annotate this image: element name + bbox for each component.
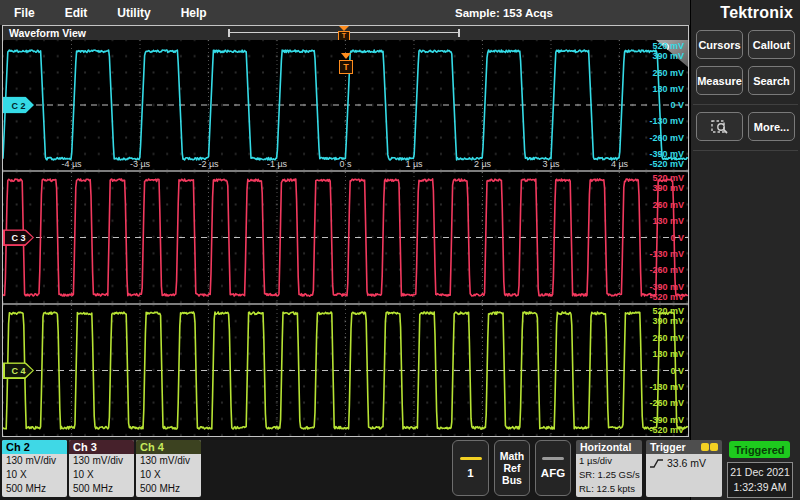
y-axis-label: -130 mV (649, 249, 684, 259)
cursors-button[interactable]: Cursors (696, 30, 743, 59)
trigger-status-badge: Triggered (729, 441, 790, 458)
waveform-slice-ch2[interactable]: C 2 T 520 mV390 mV260 mV130 mV0 V-130 mV… (3, 40, 688, 170)
y-axis-label: 0 V (670, 233, 684, 243)
ref-label: Ref (500, 462, 525, 474)
bottom-bar: Ch 2 130 mV/div 10 X 500 MHz Ch 3 130 mV… (0, 437, 690, 500)
y-axis-label: -390 mV (649, 415, 684, 425)
trigger-level: 33.6 mV (667, 456, 706, 470)
y-axis-label: 0 V (670, 366, 684, 376)
channel-1-accent (460, 457, 482, 460)
bus-label: Bus (500, 474, 525, 486)
y-axis-label: -520 mV (649, 159, 684, 169)
menu-edit[interactable]: Edit (65, 6, 88, 20)
zoom-box-button[interactable] (696, 112, 743, 141)
y-axis-label: -130 mV (649, 382, 684, 392)
y-axis-label: 390 mV (652, 316, 684, 326)
waveform-slice-ch4[interactable]: C 4 520 mV390 mV260 mV130 mV0 V-130 mV-2… (3, 305, 688, 436)
time-axis-label: -3 µs (130, 159, 150, 169)
badge-scale: 130 mV/div (136, 454, 201, 468)
panel-divider (693, 150, 798, 151)
badge-scale: 130 mV/div (2, 454, 67, 468)
channel-badge-ch3[interactable]: Ch 3 130 mV/div 10 X 500 MHz (69, 440, 134, 497)
oscilloscope-screen: File Edit Utility Help Sample: 153 Acqs … (0, 0, 800, 500)
badge-probe: 10 X (69, 468, 134, 482)
y-axis-label: 520 mV (652, 306, 684, 316)
y-axis-label: 390 mV (652, 51, 684, 61)
trigger-source-icon (701, 443, 718, 451)
y-axis-label: -520 mV (649, 292, 684, 302)
afg-label: AFG (541, 467, 565, 479)
search-button[interactable]: Search (748, 66, 795, 95)
y-axis-label: -390 mV (649, 282, 684, 292)
menu-bar: File Edit Utility Help (0, 0, 690, 25)
badge-probe: 10 X (136, 468, 201, 482)
horizontal-sample-rate: SR: 1.25 GS/s (579, 468, 642, 482)
trigger-arrow-icon (341, 53, 351, 59)
trigger-flag[interactable]: T (339, 53, 352, 74)
y-axis-label: 260 mV (652, 333, 684, 343)
time-axis-label: 2 µs (474, 159, 491, 169)
rising-edge-icon (649, 457, 664, 470)
y-axis-label: 260 mV (652, 200, 684, 210)
channel-badge-ch4[interactable]: Ch 4 130 mV/div 10 X 500 MHz (136, 440, 201, 497)
horizontal-title: Horizontal (576, 440, 642, 454)
time-axis-label: 1 µs (405, 159, 422, 169)
measure-button[interactable]: Measure (696, 66, 743, 95)
y-axis-label: 390 mV (652, 183, 684, 193)
time-axis-label: 3 µs (542, 159, 559, 169)
horizontal-scale: 1 µs/div (579, 454, 642, 468)
badge-bandwidth: 500 MHz (2, 482, 67, 496)
badge-bandwidth: 500 MHz (136, 482, 201, 496)
y-axis-label: -260 mV (649, 265, 684, 275)
menu-help[interactable]: Help (181, 6, 207, 20)
horizontal-panel[interactable]: Horizontal 1 µs/div SR: 1.25 GS/s RL: 12… (576, 440, 642, 497)
badge-header: Ch 3 (69, 440, 134, 454)
badge-header: Ch 4 (136, 440, 201, 454)
waveform-view-header: Waveform View T (3, 26, 688, 40)
waveform-plot-ch4 (3, 305, 688, 436)
y-axis-label: 130 mV (652, 84, 684, 94)
waveform-plot-ch3 (3, 172, 688, 303)
y-axis-label: -130 mV (649, 116, 684, 126)
trigger-t-icon: T (339, 60, 353, 74)
time-axis-label: 4 µs (611, 159, 628, 169)
afg-accent (542, 457, 564, 460)
menu-file[interactable]: File (14, 6, 35, 20)
channel-flag-label: C 4 (5, 364, 33, 378)
trigger-position-marker[interactable]: T (337, 26, 351, 40)
y-axis-label: 130 mV (652, 216, 684, 226)
tektronix-logo: Tektronix (691, 0, 800, 25)
badge-header: Ch 2 (2, 440, 67, 454)
y-axis-label: 260 mV (652, 68, 684, 78)
datetime-display: 21 Dec 2021 1:32:39 AM (727, 462, 793, 498)
horizontal-record-length: RL: 12.5 kpts (579, 482, 642, 496)
time-text: 1:32:39 AM (728, 480, 792, 495)
time-axis-label: -4 µs (61, 159, 81, 169)
date-text: 21 Dec 2021 (728, 465, 792, 480)
draw-a-box-zoom-icon (711, 119, 729, 135)
afg-button[interactable]: AFG (535, 440, 571, 496)
waveform-view: Waveform View T C 2 T (2, 25, 689, 437)
trigger-title: Trigger (650, 441, 686, 453)
trigger-panel[interactable]: Trigger 33.6 mV (646, 440, 722, 497)
math-label: Math (500, 450, 525, 462)
time-axis-label: -1 µs (267, 159, 287, 169)
y-axis-label: -260 mV (649, 398, 684, 408)
right-panel: Tektronix Cursors Callout Measure Search… (690, 0, 800, 500)
channel-badge-ch2[interactable]: Ch 2 130 mV/div 10 X 500 MHz (2, 440, 67, 497)
badge-scale: 130 mV/div (69, 454, 134, 468)
y-axis-label: -390 mV (649, 149, 684, 159)
waveform-slice-ch3[interactable]: C 3 520 mV390 mV260 mV130 mV0 V-130 mV-2… (3, 172, 688, 303)
channel-1-label: 1 (467, 467, 473, 479)
callout-button[interactable]: Callout (748, 30, 795, 59)
math-ref-bus-button[interactable]: Math Ref Bus (494, 440, 530, 496)
add-channel-1-button[interactable]: 1 (452, 440, 489, 496)
badge-bandwidth: 500 MHz (69, 482, 134, 496)
waveform-view-title: Waveform View (9, 27, 86, 39)
channel-flag-label: C 3 (5, 231, 33, 245)
menu-utility[interactable]: Utility (117, 6, 150, 20)
sample-acquisition-status: Sample: 153 Acqs (455, 0, 553, 25)
more-button[interactable]: More... (748, 112, 795, 141)
y-axis-label: 520 mV (652, 173, 684, 183)
y-axis-label: -520 mV (649, 425, 684, 435)
